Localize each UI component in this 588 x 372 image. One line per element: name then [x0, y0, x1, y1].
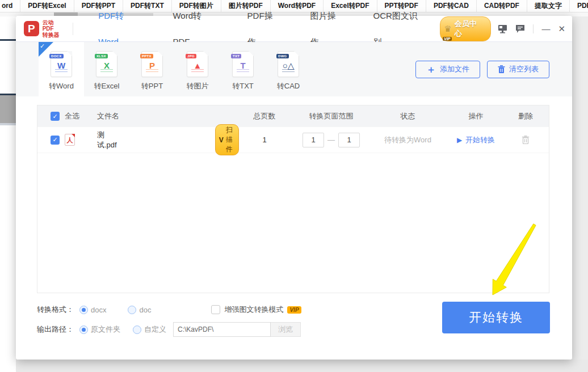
col-filename: 文件名: [97, 111, 119, 121]
file-type-badge: DWG: [276, 54, 289, 58]
row-checkbox[interactable]: ✓: [51, 136, 60, 145]
logo-line2: 转换器: [43, 32, 65, 38]
format-tab-band: ✓ DOCX W 转Word XLSX X 转Excel PPTX P 转PPT: [16, 42, 572, 96]
header-divider: [73, 23, 73, 35]
close-button[interactable]: ✕: [558, 24, 565, 33]
select-all-label: 全选: [65, 111, 79, 121]
radio-docx[interactable]: [79, 306, 88, 314]
plus-icon: ＋: [426, 65, 436, 74]
file-type-badge: PPTX: [140, 54, 153, 58]
file-type-badge: JPG: [186, 54, 196, 58]
start-convert-row-button[interactable]: ▶ 开始转换: [443, 135, 509, 145]
vip-member-center-button[interactable]: ♛ VIP 会员中心: [440, 16, 491, 41]
format-tab-to-ppt[interactable]: PPTX P 转PPT: [129, 42, 175, 96]
chat-feedback-icon[interactable]: [515, 24, 525, 33]
format-tab-to-cad[interactable]: DWG ○△ 转CAD: [266, 42, 311, 96]
radio-custom-folder-label: 自定义: [144, 324, 166, 335]
list-toolbar: ＋ 添加文件 清空列表: [415, 42, 572, 96]
format-tab-label: 转PPT: [141, 81, 163, 91]
radio-doc-label: doc: [139, 306, 151, 314]
status-text: 待转换为Word: [384, 136, 431, 144]
delete-row-icon[interactable]: [522, 136, 530, 144]
range-dash: —: [327, 136, 335, 144]
radio-docx-label: docx: [91, 306, 106, 314]
xlsx-file-icon: XLSX X: [96, 51, 117, 77]
nav-tab-label: 图片操作: [310, 11, 336, 46]
file-lines: [237, 69, 249, 73]
col-delete: 删除: [518, 111, 533, 121]
enhance-mode-checkbox[interactable]: [211, 305, 220, 314]
page-count: 1: [239, 136, 290, 144]
scan-badge-mark: V: [219, 136, 224, 144]
radio-custom-folder[interactable]: [133, 325, 141, 334]
window-header: P 云动PDF 转换器 PDF转Word Word转PDF PDF操作 图片操作…: [16, 16, 572, 42]
format-option-label: 转换格式：: [37, 305, 74, 315]
trash-icon: [498, 65, 505, 73]
select-all-checkbox[interactable]: ✓: [51, 112, 60, 121]
format-tab-to-excel[interactable]: XLSX X 转Excel: [84, 42, 129, 96]
pdf-converter-window: P 云动PDF 转换器 PDF转Word Word转PDF PDF操作 图片操作…: [16, 16, 572, 360]
file-type-badge: DOCX: [49, 54, 64, 58]
vip-tag: VIP: [443, 37, 451, 41]
dwg-file-icon: DWG ○△: [278, 51, 299, 77]
output-path-input[interactable]: [173, 322, 271, 337]
format-tab-label: 转图片: [187, 81, 209, 91]
col-status: 状态: [372, 111, 443, 121]
radio-original-folder[interactable]: [79, 325, 88, 334]
pptx-file-icon: PPTX P: [141, 51, 163, 77]
col-pages: 总页数: [239, 111, 290, 121]
file-lines: [55, 69, 68, 73]
output-path-row: 输出路径： 原文件夹 自定义 浏览: [37, 322, 301, 337]
enhance-mode-label: 增强图文转换模式: [224, 305, 283, 315]
nav-tab-label: PDF转Word: [98, 11, 124, 46]
docx-file-icon: DOCX W: [51, 51, 72, 77]
nav-tab-label: PDF操作: [247, 11, 273, 46]
logo-text: 云动PDF 转换器: [43, 19, 65, 38]
start-conversion-button[interactable]: 开始转换: [442, 302, 550, 333]
crown-icon: ♛: [444, 25, 451, 33]
clear-list-button[interactable]: 清空列表: [487, 61, 549, 78]
nav-tab-label: Word转PDF: [173, 11, 201, 46]
bg-tab[interactable]: 提取文字: [527, 0, 570, 12]
feedback-monitor-icon[interactable]: [498, 24, 507, 33]
table-row: ✓ 人 测试.pdf V 扫描件 1 — 待转换为Word ▶ 开始转换: [37, 127, 549, 153]
file-lines: [191, 69, 204, 73]
vip-mini-badge: VIP: [287, 306, 301, 314]
main-nav: PDF转Word Word转PDF PDF操作 图片操作 OCR图文识别: [83, 16, 440, 42]
col-action: 操作: [469, 111, 484, 121]
header-right: ♛ VIP 会员中心 — ✕: [440, 16, 565, 41]
format-tab-to-image[interactable]: JPG ▲ 转图片: [175, 42, 220, 96]
radio-original-folder-label: 原文件夹: [91, 324, 120, 335]
conversion-options: 转换格式： docx doc 增强图文转换模式 VIP 输出路径： 原文件夹 自…: [37, 302, 301, 342]
range-end-input[interactable]: [338, 133, 360, 147]
format-tab-label: 转Word: [49, 81, 74, 91]
scan-badge-label: 扫描件: [226, 125, 233, 154]
browse-button[interactable]: 浏览: [271, 322, 301, 337]
check-icon: ✓: [40, 43, 45, 50]
background-window-left: [0, 16, 16, 372]
minimize-button[interactable]: —: [541, 24, 550, 33]
nav-tab-label: OCR图文识别: [373, 11, 418, 46]
radio-doc[interactable]: [128, 306, 136, 314]
file-type-badge: XLSX: [95, 54, 108, 58]
vip-label: 会员中心: [455, 19, 483, 39]
bg-tab[interactable]: PDF转Excel: [20, 0, 74, 12]
bg-tab[interactable]: PDF压缩: [570, 0, 588, 12]
bg-tab[interactable]: ord: [0, 0, 20, 12]
format-tab-to-word[interactable]: ✓ DOCX W 转Word: [39, 42, 84, 96]
jpg-file-icon: JPG ▲: [187, 51, 208, 77]
format-tab-to-txt[interactable]: TXT T 转TXT: [220, 42, 266, 96]
add-file-label: 添加文件: [440, 64, 469, 74]
start-convert-row-label: 开始转换: [465, 135, 495, 145]
logo-icon: P: [24, 21, 39, 36]
add-file-button[interactable]: ＋ 添加文件: [415, 61, 480, 78]
logo-line1: 云动PDF: [43, 19, 65, 32]
bg-tab[interactable]: CAD转PDF: [477, 0, 527, 12]
background-bottom: [0, 360, 588, 372]
file-lines: [282, 69, 295, 73]
format-tab-label: 转Excel: [94, 81, 120, 91]
file-name: 测试.pdf: [97, 130, 117, 150]
col-range: 转换页面范围: [309, 111, 354, 121]
range-start-input[interactable]: [303, 133, 324, 147]
background-window-line: [0, 39, 16, 41]
